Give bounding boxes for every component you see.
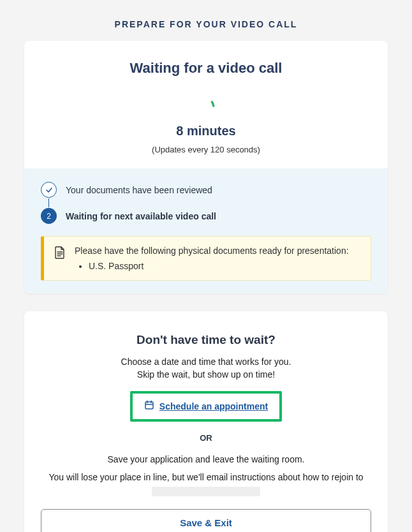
steps-area: Your documents have been reviewed 2 Wait… (24, 168, 388, 293)
update-note: (Updates every 120 seconds) (37, 145, 375, 154)
alert-item: U.S. Passport (89, 261, 360, 271)
steps-list: Your documents have been reviewed 2 Wait… (41, 180, 371, 226)
schedule-label: Schedule an appointment (159, 401, 268, 411)
or-label: OR (41, 433, 371, 443)
calendar-icon (144, 400, 154, 412)
lose-note: You will lose your place in line, but we… (41, 471, 371, 498)
waiting-title: Waiting for a video call (37, 60, 375, 77)
lose-note-text: You will lose your place in line, but we… (48, 472, 363, 482)
wait-time: 8 minutes (37, 124, 375, 138)
check-icon (41, 182, 57, 198)
schedule-appointment-link[interactable]: Schedule an appointment (144, 400, 268, 412)
alt-sub-1: Choose a date and time that works for yo… (41, 356, 371, 369)
alt-sub-2: Skip the wait, but show up on time! (41, 369, 371, 381)
document-icon (54, 246, 66, 271)
waiting-card-top: Waiting for a video call 8 minutes (Upda… (24, 41, 388, 168)
page-title: PREPARE FOR YOUR VIDEO CALL (24, 0, 388, 41)
save-exit-button[interactable]: Save & Exit (41, 509, 371, 532)
alternative-card: Don't have time to wait? Choose a date a… (24, 311, 388, 532)
svg-rect-0 (145, 402, 153, 409)
spinner-icon (195, 94, 217, 117)
alert-message: Please have the following physical docum… (75, 246, 360, 256)
step-number-icon: 2 (41, 208, 57, 224)
documents-alert: Please have the following physical docum… (41, 236, 371, 281)
step-current: 2 Waiting for next available video call (41, 206, 371, 226)
alert-body: Please have the following physical docum… (75, 246, 360, 271)
step-connector (48, 198, 49, 207)
save-note: Save your application and leave the wait… (41, 454, 371, 464)
waiting-card: Waiting for a video call 8 minutes (Upda… (24, 41, 388, 293)
schedule-highlight: Schedule an appointment (130, 391, 282, 422)
step-label: Your documents have been reviewed (66, 185, 212, 195)
alt-title: Don't have time to wait? (41, 333, 371, 347)
step-label: Waiting for next available video call (66, 211, 216, 221)
step-done: Your documents have been reviewed (41, 180, 371, 200)
email-redacted (152, 487, 260, 496)
